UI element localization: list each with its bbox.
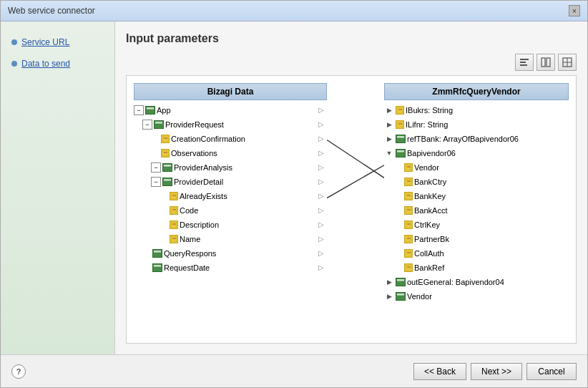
svg-rect-56 bbox=[406, 208, 411, 213]
left-tree-item[interactable]: RequestDate▷ bbox=[134, 261, 327, 275]
right-tree-item[interactable]: ▶ IBukrs: String bbox=[384, 103, 569, 117]
right-tree-item[interactable]: CtrlKey bbox=[384, 218, 569, 232]
sidebar-item-service-url[interactable]: Service URL bbox=[11, 36, 104, 49]
back-button[interactable]: << Back bbox=[413, 363, 466, 380]
left-tree-item[interactable]: QueryRespons▷ bbox=[134, 246, 327, 261]
field-icon bbox=[404, 206, 413, 215]
right-tree-item[interactable]: Vendor bbox=[384, 160, 569, 175]
toolbar-btn-2[interactable] bbox=[536, 54, 555, 71]
tree-item-label: BankAcct bbox=[414, 204, 447, 217]
close-button[interactable]: × bbox=[569, 5, 580, 16]
expander-icon[interactable]: ▶ bbox=[384, 277, 394, 287]
arrow-right-icon: ▷ bbox=[318, 104, 327, 117]
expander-icon[interactable]: − bbox=[142, 120, 152, 130]
help-button[interactable]: ? bbox=[11, 364, 26, 379]
main-panel: Input parameters bbox=[115, 21, 587, 354]
svg-rect-11 bbox=[155, 122, 162, 124]
expander-icon[interactable]: ▶ bbox=[384, 120, 394, 130]
expander-icon[interactable]: ▶ bbox=[384, 105, 394, 115]
arrow-right-icon: ▷ bbox=[318, 247, 327, 260]
left-tree-item[interactable]: Description▷ bbox=[134, 218, 327, 232]
left-tree-item[interactable]: CreationConfirmation▷ bbox=[134, 132, 327, 146]
next-button[interactable]: Next >> bbox=[471, 363, 522, 380]
svg-rect-28 bbox=[171, 222, 177, 228]
arrow-right-icon: ▷ bbox=[318, 175, 327, 188]
expander-icon[interactable]: ▼ bbox=[384, 148, 394, 158]
left-tree-panel: Bizagi Data − App▷− ProviderRequest▷ Cre… bbox=[134, 83, 327, 336]
left-tree-item[interactable]: AlreadyExists▷ bbox=[134, 189, 327, 203]
right-tree-item[interactable]: ▶ outEGeneral: Bapivendor04 bbox=[384, 275, 569, 289]
right-tree-item[interactable]: BankKey bbox=[384, 189, 569, 203]
tree-item-label: BankKey bbox=[414, 190, 446, 203]
svg-rect-69 bbox=[397, 294, 404, 296]
table-icon bbox=[396, 292, 406, 301]
cancel-button[interactable]: Cancel bbox=[526, 363, 577, 380]
tree-item-label: Name bbox=[180, 233, 200, 246]
left-tree-item[interactable]: Name▷ bbox=[134, 232, 327, 246]
left-tree-item[interactable]: − App▷ bbox=[134, 103, 327, 117]
field-icon bbox=[170, 206, 178, 215]
tree-item-label: Code bbox=[180, 204, 198, 217]
svg-rect-1 bbox=[520, 62, 526, 63]
svg-line-39 bbox=[327, 165, 384, 198]
svg-rect-32 bbox=[154, 251, 161, 253]
right-tree-item[interactable]: CollAuth bbox=[384, 246, 569, 261]
title-bar: Web service connector × bbox=[1, 1, 587, 21]
right-tree-item[interactable]: PartnerBk bbox=[384, 232, 569, 246]
right-tree-item[interactable]: ▶ Vendor bbox=[384, 289, 569, 304]
svg-rect-10 bbox=[147, 110, 154, 113]
right-tree-item[interactable]: BankAcct bbox=[384, 203, 569, 218]
left-tree-header: Bizagi Data bbox=[134, 83, 327, 100]
field-icon bbox=[404, 249, 413, 258]
connector-svg bbox=[327, 83, 384, 336]
tree-item-label: App bbox=[157, 104, 171, 117]
tree-item-label: Vendor bbox=[407, 290, 432, 303]
expander-icon[interactable]: ▶ bbox=[384, 291, 394, 301]
svg-rect-46 bbox=[397, 139, 404, 142]
expander-icon[interactable]: − bbox=[151, 177, 161, 187]
svg-rect-0 bbox=[520, 59, 529, 60]
sidebar-item-data-to-send[interactable]: Data to send bbox=[11, 57, 104, 70]
right-tree-item[interactable]: ▼ Bapivendor06 bbox=[384, 146, 569, 160]
arrow-right-icon: ▷ bbox=[318, 132, 327, 145]
field-icon bbox=[170, 220, 178, 229]
toolbar bbox=[126, 54, 577, 71]
right-tree-item[interactable]: ▶ refTBank: ArrayOfBapivendor06 bbox=[384, 132, 569, 146]
left-tree-item[interactable]: Observations▷ bbox=[134, 146, 327, 160]
toolbar-btn-1[interactable] bbox=[515, 54, 534, 71]
right-tree-item[interactable]: BankRef bbox=[384, 261, 569, 275]
left-tree-item[interactable]: − ProviderAnalysis▷ bbox=[134, 160, 327, 175]
svg-rect-35 bbox=[154, 265, 161, 267]
window: Web service connector × Service URL Data… bbox=[0, 0, 588, 388]
svg-rect-66 bbox=[397, 279, 404, 281]
field-icon bbox=[170, 235, 178, 243]
right-tree-item[interactable]: BankCtry bbox=[384, 175, 569, 189]
svg-rect-64 bbox=[406, 265, 411, 271]
sidebar-label-service-url: Service URL bbox=[21, 37, 69, 47]
expander-icon[interactable]: − bbox=[134, 105, 144, 115]
left-tree-item[interactable]: − ProviderRequest▷ bbox=[134, 117, 327, 132]
expander-icon[interactable]: ▶ bbox=[384, 134, 394, 144]
panel-title: Input parameters bbox=[126, 32, 577, 45]
table-icon bbox=[396, 278, 406, 286]
field-icon bbox=[161, 149, 170, 157]
tree-item-label: Bapivendor06 bbox=[407, 147, 456, 160]
right-tree-content: ▶ IBukrs: String▶ ILifnr: String▶ refTBa… bbox=[384, 103, 569, 304]
content-area: Service URL Data to send Input parameter… bbox=[1, 21, 587, 354]
expander-icon[interactable]: − bbox=[151, 163, 161, 173]
tree-item-label: Observations bbox=[171, 147, 217, 160]
tree-item-label: Vendor bbox=[414, 161, 439, 174]
svg-rect-42 bbox=[397, 122, 403, 127]
footer: ? << Back Next >> Cancel bbox=[1, 354, 587, 387]
mapping-area: Bizagi Data − App▷− ProviderRequest▷ Cre… bbox=[126, 75, 577, 344]
right-tree-item[interactable]: ▶ ILifnr: String bbox=[384, 117, 569, 132]
left-tree-item[interactable]: − ProviderDetail▷ bbox=[134, 175, 327, 189]
left-tree-item[interactable]: Code▷ bbox=[134, 203, 327, 218]
tree-item-label: ProviderDetail bbox=[174, 175, 223, 188]
sidebar-label-data-to-send: Data to send bbox=[21, 59, 70, 69]
toolbar-btn-3[interactable] bbox=[558, 54, 577, 71]
footer-left: ? bbox=[11, 364, 26, 379]
table-icon bbox=[162, 178, 172, 186]
arrow-right-icon: ▷ bbox=[318, 218, 327, 231]
field-icon bbox=[404, 235, 413, 243]
